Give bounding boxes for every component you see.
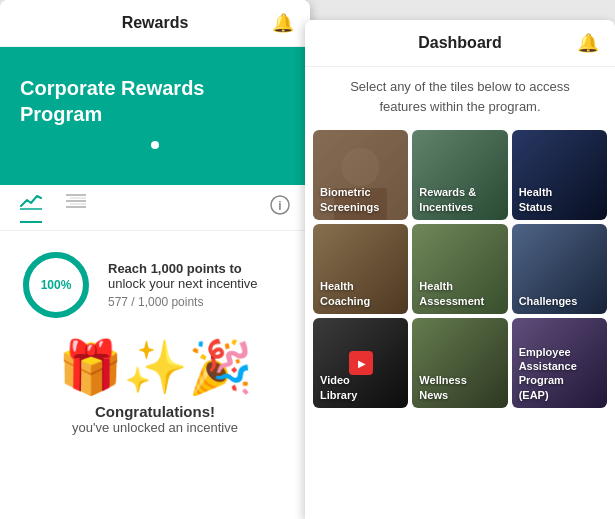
- congrats-subtitle: you've unlocked an incentive: [72, 420, 238, 435]
- play-icon: [349, 351, 373, 375]
- tile-eap[interactable]: EmployeeAssistanceProgram(EAP): [512, 318, 607, 408]
- tile-health-status[interactable]: HealthStatus: [512, 130, 607, 220]
- dashboard-subtitle: Select any of the tiles below to access …: [305, 67, 615, 126]
- tile-eap-label: EmployeeAssistanceProgram(EAP): [519, 345, 577, 402]
- tile-video-label: VideoLibrary: [320, 373, 357, 402]
- tile-rewards-label: Rewards &Incentives: [419, 185, 476, 214]
- right-panel: Dashboard 🔔 Select any of the tiles belo…: [305, 20, 615, 519]
- rewards-banner: Corporate Rewards Program: [0, 47, 310, 185]
- tile-video-library[interactable]: VideoLibrary: [313, 318, 408, 408]
- dashboard-bell-icon[interactable]: 🔔: [577, 32, 599, 54]
- reward-illustration: 🎁✨🎉 Congratulations! you've unlocked an …: [0, 331, 310, 435]
- tile-challenges-label: Challenges: [519, 294, 578, 308]
- tile-biometric-label: BiometricScreenings: [320, 185, 379, 214]
- congrats-title: Congratulations!: [95, 403, 215, 420]
- info-tab[interactable]: i: [270, 195, 290, 220]
- tile-wellness-news[interactable]: WellnessNews: [412, 318, 507, 408]
- left-panel: Rewards 🔔 Corporate Rewards Program: [0, 0, 310, 519]
- tile-health-coaching[interactable]: HealthCoaching: [313, 224, 408, 314]
- chart-tab[interactable]: [20, 192, 42, 223]
- progress-circle: 100%: [20, 249, 92, 321]
- banner-indicator: [20, 141, 290, 149]
- tile-health-assessment[interactable]: HealthAssessment: [412, 224, 507, 314]
- progress-section: 100% Reach 1,000 points tounlock your ne…: [0, 231, 310, 331]
- tile-wellness-label: WellnessNews: [419, 373, 467, 402]
- svg-text:i: i: [278, 199, 281, 213]
- tile-health-status-label: HealthStatus: [519, 185, 553, 214]
- tile-assessment-label: HealthAssessment: [419, 279, 484, 308]
- gift-icon: 🎁✨🎉: [58, 341, 253, 393]
- tile-coaching-label: HealthCoaching: [320, 279, 370, 308]
- tile-challenges[interactable]: Challenges: [512, 224, 607, 314]
- left-header: Rewards 🔔: [0, 0, 310, 47]
- dashboard-title: Dashboard: [418, 34, 502, 52]
- list-tab[interactable]: [66, 193, 86, 222]
- progress-description: Reach 1,000 points tounlock your next in…: [108, 261, 258, 291]
- progress-points: 577 / 1,000 points: [108, 295, 258, 309]
- tile-rewards-incentives[interactable]: Rewards &Incentives: [412, 130, 507, 220]
- banner-title: Corporate Rewards Program: [20, 75, 290, 127]
- progress-percent: 100%: [41, 278, 72, 292]
- tiles-grid: BiometricScreenings Rewards &Incentives …: [305, 126, 615, 416]
- left-tabs: i: [0, 185, 310, 231]
- progress-info: Reach 1,000 points tounlock your next in…: [108, 261, 258, 309]
- tile-biometric-screenings[interactable]: BiometricScreenings: [313, 130, 408, 220]
- right-header: Dashboard 🔔: [305, 20, 615, 67]
- rewards-title: Rewards: [122, 14, 189, 32]
- bell-icon[interactable]: 🔔: [272, 12, 294, 34]
